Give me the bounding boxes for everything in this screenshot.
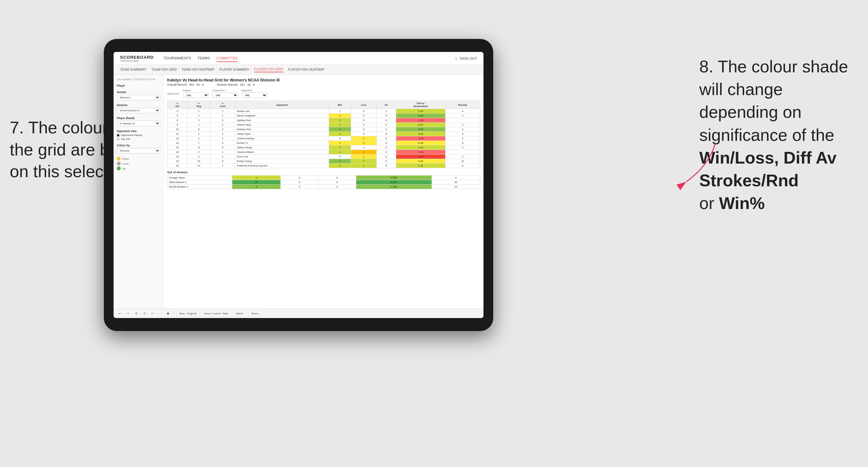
cell-reg: 1: [188, 123, 210, 127]
cell-rounds: 3: [445, 114, 480, 118]
filter-opponents-label: Opponents:: [167, 92, 180, 95]
cell-opponent: Sharon Mun: [235, 123, 329, 127]
cell-tie: 0: [376, 150, 396, 154]
legend: Down Level Up: [117, 157, 160, 170]
cell-rounds: 6: [445, 163, 480, 168]
nav-item-teams[interactable]: TEAMS: [197, 55, 210, 62]
nav-item-committee[interactable]: COMMITTEE: [216, 55, 238, 62]
radio-top100[interactable]: Top 100: [117, 137, 160, 141]
cell-conf: 2: [210, 154, 235, 159]
subnav-team-h2h-heatmap[interactable]: TEAM H2H HEATMAP: [182, 67, 215, 72]
cell-rounds: 2: [445, 136, 480, 141]
filter-region-select[interactable]: (All): [183, 93, 209, 98]
toolbar-redo[interactable]: ↪: [125, 311, 131, 316]
sidebar-opponent-view-section: Opponent view Opponents Played Top 100: [117, 129, 160, 141]
tablet-device: SCOREBOARD Powered by clippd TOURNAMENTS…: [104, 39, 493, 331]
logo-area: SCOREBOARD Powered by clippd: [120, 55, 154, 62]
cell-conf: 5: [210, 145, 235, 150]
logo-text: SCOREBOARD: [120, 55, 154, 60]
toolbar-copy[interactable]: ⎘: [142, 311, 147, 316]
cell-loss: 1: [351, 159, 377, 163]
cell-win: 1: [329, 132, 351, 136]
toolbar: ↩ ↪ ⟳ ⎘ ✂ · ⏺ View: Original Save Custom…: [114, 308, 484, 318]
annotation-text2: or: [699, 194, 714, 213]
ood-cell-diff: 4.500: [356, 176, 432, 180]
toolbar-undo[interactable]: ↩: [117, 311, 123, 316]
table-row: 20 11 7 Federica Domecq Lacroze 2 1 0 1.…: [167, 163, 480, 168]
filter-opponent-select[interactable]: (All): [241, 93, 268, 98]
sidebar-player-rank-select[interactable]: 8. Katelyn Vo: [117, 121, 160, 126]
filters-row: Opponents: Region (All) Conference (All): [167, 89, 480, 98]
subnav-team-h2h-grid[interactable]: TEAM H2H GRID: [152, 67, 177, 72]
toolbar-refresh[interactable]: ⟳: [134, 311, 140, 316]
cell-opponent: Stella Cheng: [235, 145, 329, 150]
cell-loss: 2: [351, 150, 377, 154]
ood-cell-rounds: 10: [432, 185, 480, 189]
sidebar-division-select[interactable]: NCAA Division III: [117, 108, 160, 113]
toolbar-record[interactable]: ⏺: [165, 311, 171, 316]
cell-opponent: Jessica Mason: [235, 150, 329, 154]
toolbar-view-original[interactable]: View: Original: [177, 311, 199, 316]
radio-opponents-played[interactable]: Opponents Played: [117, 134, 160, 136]
cell-opponent: Eunice Yi: [235, 141, 329, 145]
cell-rounds: 2: [445, 154, 480, 159]
out-of-division-header: Out of division: [167, 171, 480, 174]
cell-conf: 6: [210, 159, 235, 163]
sign-out-link[interactable]: Sign out: [460, 55, 477, 62]
toolbar-share[interactable]: Share: [249, 311, 261, 316]
filter-conference-select[interactable]: (All): [212, 93, 238, 98]
ood-cell-opponent: Foreign Team: [167, 176, 232, 180]
cell-reg: 10: [188, 159, 210, 163]
subnav-player-h2h-grid[interactable]: PLAYER H2H GRID: [254, 67, 283, 72]
cell-tie: 0: [376, 123, 396, 127]
sidebar-gender-label: Gender: [117, 91, 160, 94]
cell-reg: 8: [188, 145, 210, 150]
radio-top100-label: Top 100: [121, 137, 130, 141]
overall-record: Overall Record: 353 - 34 - 6: [167, 83, 204, 86]
toolbar-cut[interactable]: ✂: [150, 311, 155, 316]
radio-dot-selected: [117, 134, 119, 136]
cell-loss: 0: [351, 118, 377, 123]
sidebar-colour-by-section: Colour by Win/loss: [117, 144, 160, 154]
cell-conf: 7: [210, 163, 235, 168]
ood-table-row: Foreign Team 1 0 0 4.500 2: [167, 176, 480, 180]
cell-div: 10: [167, 127, 188, 132]
sidebar-player-label: Player: [117, 84, 160, 87]
cell-reg: 1: [188, 132, 210, 136]
cell-reg: 1: [188, 109, 210, 114]
cell-win: 4: [329, 159, 351, 163]
table-body: 3 1 1 Esther Lee 1 0 1 1.50 4 5 2 2 Alex…: [167, 109, 480, 168]
cell-loss: 1: [351, 136, 377, 141]
cell-div: 13: [167, 136, 188, 141]
ood-table-row: NAIA Division 1 15 0 0 9.267 30: [167, 180, 480, 185]
cell-win: 0: [329, 136, 351, 141]
cell-diff: 3.67: [396, 123, 445, 127]
toolbar-sep1: [174, 311, 174, 316]
cell-reg: 11: [188, 163, 210, 168]
subnav-player-h2h-heatmap[interactable]: PLAYER H2H HEATMAP: [288, 67, 324, 72]
filter-region-label: Region: [183, 89, 209, 92]
legend-dot-level: [117, 162, 121, 165]
nav-separator: |: [456, 57, 457, 60]
cell-reg: 2: [188, 114, 210, 118]
cell-loss: 1: [351, 163, 377, 168]
cell-rounds: 9: [445, 141, 480, 145]
subnav-player-summary[interactable]: PLAYER SUMMARY: [219, 67, 249, 72]
annotation-bold4: Win%: [719, 194, 765, 213]
cell-diff: 0.38: [396, 141, 445, 145]
toolbar-save-custom[interactable]: Save Custom View: [202, 311, 231, 316]
sidebar-gender-select[interactable]: Women's: [117, 95, 160, 100]
cell-rounds: 11: [445, 159, 480, 163]
cell-loss: 0: [351, 132, 377, 136]
nav-item-tournaments[interactable]: TOURNAMENTS: [163, 55, 191, 62]
cell-diff: 1.50: [396, 109, 445, 114]
cell-reg: 3: [188, 118, 210, 123]
subnav-team-summary[interactable]: TEAM SUMMARY: [120, 67, 147, 72]
toolbar-watch[interactable]: Watch: [233, 311, 246, 316]
cell-rounds: 4: [445, 109, 480, 114]
cell-tie: 0: [376, 141, 396, 145]
table-row: 3 1 1 Esther Lee 1 0 1 1.50 4: [167, 109, 480, 114]
cell-diff: -0.94: [396, 150, 445, 154]
sidebar-colour-by-select[interactable]: Win/loss: [117, 148, 160, 154]
cell-win: 1: [329, 145, 351, 150]
